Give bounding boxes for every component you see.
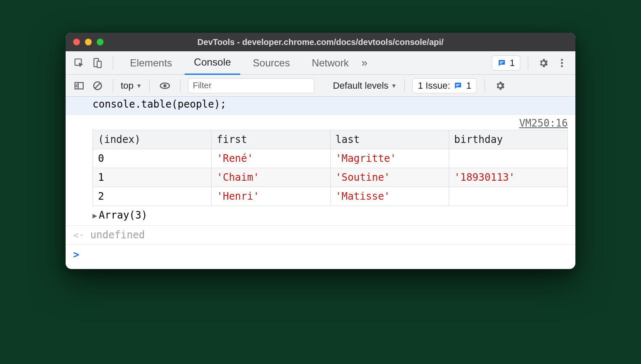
table-row: 2 'Henri' 'Matisse' — [93, 187, 568, 206]
code-line: console.table(people); — [66, 97, 575, 115]
cell-birthday — [449, 149, 567, 168]
prompt-chevron-icon: > — [73, 249, 79, 261]
svg-rect-14 — [456, 85, 459, 86]
cell-first: 'Chaim' — [212, 168, 330, 187]
main-tabs: Elements Console Sources Network » 1 — [66, 51, 575, 75]
zoom-icon[interactable] — [97, 39, 103, 45]
messages-count: 1 — [510, 58, 515, 69]
gear-icon[interactable] — [493, 78, 508, 93]
tab-network[interactable]: Network — [302, 51, 358, 75]
return-row: <· undefined — [66, 225, 575, 245]
issues-chip[interactable]: 1 Issue: 1 — [412, 78, 477, 93]
svg-rect-2 — [97, 61, 101, 67]
cell-first: 'René' — [212, 149, 330, 168]
tab-label: Sources — [253, 57, 290, 69]
cell-index: 2 — [93, 187, 212, 206]
separator — [180, 79, 180, 92]
array-expander[interactable]: ▶ Array(3) — [66, 208, 575, 225]
inspect-icon[interactable] — [72, 55, 87, 71]
svg-point-5 — [561, 59, 563, 61]
console-table: (index) first last birthday 0 'René' 'Ma… — [93, 130, 568, 206]
log-levels-selector[interactable]: Default levels ▼ — [333, 80, 397, 91]
cell-index: 1 — [93, 168, 212, 187]
minimize-icon[interactable] — [85, 39, 92, 45]
separator — [528, 56, 528, 70]
separator — [404, 79, 405, 92]
clear-console-icon[interactable] — [90, 78, 105, 93]
chevron-down-icon: ▼ — [136, 82, 142, 89]
messages-chip[interactable]: 1 — [492, 55, 520, 71]
source-link-text: VM250:16 — [519, 117, 568, 129]
tab-label: Console — [194, 56, 231, 68]
context-label: top — [121, 80, 134, 91]
console-toolbar: top ▼ Filter Default levels ▼ 1 Issue: 1 — [66, 75, 575, 97]
chevron-down-icon: ▼ — [391, 82, 397, 89]
return-value: undefined — [90, 229, 145, 241]
levels-label: Default levels — [333, 80, 388, 91]
cell-first: 'Henri' — [212, 187, 330, 206]
live-expression-icon[interactable] — [157, 78, 172, 93]
svg-line-10 — [95, 83, 101, 88]
cell-last: 'Soutine' — [330, 168, 449, 187]
titlebar: DevTools - developer.chrome.com/docs/dev… — [66, 33, 575, 51]
svg-point-12 — [164, 84, 167, 87]
cell-last: 'Magritte' — [330, 149, 449, 168]
array-label: Array(3) — [99, 209, 148, 221]
filter-placeholder: Filter — [193, 81, 211, 90]
cell-birthday — [449, 187, 567, 206]
table-row: 0 'René' 'Magritte' — [93, 149, 568, 168]
separator — [113, 79, 113, 92]
console-table-wrap: (index) first last birthday 0 'René' 'Ma… — [66, 130, 575, 208]
cell-index: 0 — [93, 149, 212, 168]
return-arrow-icon: <· — [73, 230, 85, 240]
message-icon — [453, 81, 463, 90]
svg-point-6 — [561, 62, 563, 64]
devtools-window: DevTools - developer.chrome.com/docs/dev… — [66, 33, 575, 269]
tab-console[interactable]: Console — [185, 51, 240, 75]
col-index[interactable]: (index) — [93, 130, 212, 149]
kebab-icon[interactable] — [554, 55, 569, 71]
tab-label: Elements — [130, 57, 172, 69]
separator — [485, 79, 485, 92]
filter-input[interactable]: Filter — [188, 78, 314, 93]
cell-last: 'Matisse' — [330, 187, 449, 206]
triangle-right-icon: ▶ — [93, 211, 97, 220]
device-toggle-icon[interactable] — [90, 55, 105, 71]
more-tabs-icon[interactable]: » — [361, 56, 367, 69]
separator — [113, 56, 113, 70]
context-selector[interactable]: top ▼ — [121, 80, 142, 91]
svg-point-7 — [561, 65, 563, 67]
svg-rect-3 — [500, 61, 503, 62]
col-first[interactable]: first — [212, 130, 330, 149]
separator — [149, 79, 150, 92]
window-title: DevTools - developer.chrome.com/docs/dev… — [66, 37, 575, 47]
svg-rect-13 — [456, 84, 460, 85]
console-content: console.table(people); VM250:16 (index) … — [66, 97, 575, 269]
table-header-row: (index) first last birthday — [93, 130, 568, 149]
code-text: console.table(people); — [93, 98, 226, 110]
sidebar-toggle-icon[interactable] — [72, 78, 87, 93]
prompt-row[interactable]: > — [66, 245, 575, 269]
col-last[interactable]: last — [330, 130, 449, 149]
tab-label: Network — [312, 57, 349, 69]
cell-birthday: '18930113' — [449, 168, 567, 187]
tab-elements[interactable]: Elements — [121, 51, 181, 75]
tab-sources[interactable]: Sources — [244, 51, 299, 75]
table-row: 1 'Chaim' 'Soutine' '18930113' — [93, 168, 568, 187]
message-icon — [497, 58, 506, 68]
col-birthday[interactable]: birthday — [449, 130, 567, 149]
svg-rect-4 — [500, 63, 502, 63]
issues-count: 1 — [466, 80, 471, 91]
gear-icon[interactable] — [536, 55, 551, 71]
issues-label: 1 Issue: — [418, 80, 450, 91]
source-link[interactable]: VM250:16 — [66, 115, 575, 130]
close-icon[interactable] — [73, 39, 80, 45]
traffic-lights — [73, 39, 103, 45]
